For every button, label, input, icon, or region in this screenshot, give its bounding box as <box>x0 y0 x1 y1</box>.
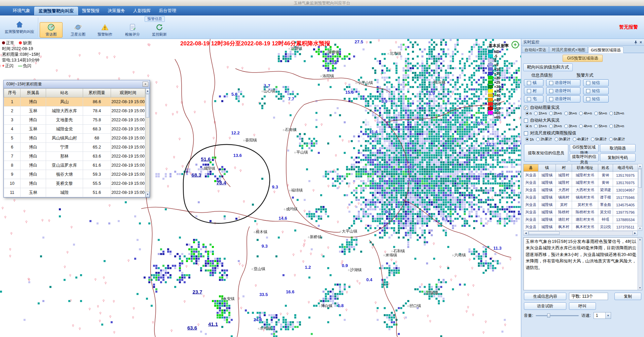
volume-slider-thumb[interactable] <box>547 313 550 318</box>
level-2-name-option[interactable]: 屯 <box>524 95 543 102</box>
level-1-sms-option[interactable]: 短信 <box>583 87 609 94</box>
scroll-thumb[interactable] <box>638 169 642 188</box>
scroll-down-icon[interactable]: ▼ <box>146 192 150 197</box>
rain-column-header[interactable]: 累积雨量 <box>83 89 111 97</box>
close-icon[interactable]: × <box>640 40 642 45</box>
warning-message-box[interactable]: 玉林市气象台19日5时15分发布暴雨橙色预警信号，4时以来兴业县城隍大西水库已出… <box>523 237 642 290</box>
toolbar-button-0[interactable]: 监测预警靶向叫应 <box>3 17 36 38</box>
toolbar-button-5[interactable]: 监控刷新 <box>148 22 171 38</box>
scroll-up-icon[interactable]: ▲ <box>638 238 642 242</box>
level-1-name-option[interactable]: 村 <box>524 87 543 94</box>
contact-row[interactable]: 兴业县城隍镇城隍村城隍村支书黄铸135176975 <box>524 179 638 186</box>
contact-row[interactable]: 兴业县城隍镇陈榜村陈榜村支书莫文绍139775796 <box>524 209 638 216</box>
menu-item-4[interactable]: 人影指挥 <box>129 6 155 15</box>
auto-rain-option-5[interactable]: 5h+n <box>594 111 607 115</box>
level-2-voice-option[interactable]: 语音呼叫 <box>546 95 580 102</box>
checkbox[interactable] <box>527 97 531 101</box>
level-2-sms-option[interactable]: 短信 <box>583 95 609 102</box>
auto-wind-option-1[interactable]: 1h+n <box>534 124 547 128</box>
menu-item-2[interactable]: 预警预报 <box>78 6 104 15</box>
checkbox[interactable] <box>586 97 590 101</box>
rain-window-titlebar[interactable]: 03时~15时累积雨量 × <box>4 80 150 88</box>
menu-item-3[interactable]: 决策服务 <box>104 6 129 15</box>
checkbox[interactable] <box>549 89 553 93</box>
table-row[interactable]: 10博白英桥文黎55.52022-08-19 15:00 <box>4 179 145 188</box>
menu-item-5[interactable]: 后台管理 <box>155 6 180 15</box>
panel-tab-0[interactable]: 自动站+雷达 <box>522 46 549 53</box>
rain-column-header[interactable]: 序号 <box>4 89 21 97</box>
table-row[interactable]: 5博白凤山镇凤山村682022-08-19 15:00 <box>4 134 145 143</box>
table-row[interactable]: 4玉林城隍金党68.32022-08-19 15:00 <box>4 125 145 134</box>
copy-button[interactable]: 复制 <box>614 293 641 300</box>
message-scrollbar[interactable]: ▲▼ <box>638 238 642 290</box>
checkbox[interactable] <box>527 81 531 85</box>
table-row[interactable]: 9博白顿谷大塘59.32022-08-19 15:00 <box>4 170 145 179</box>
scroll-up-icon[interactable]: ▲ <box>146 88 150 94</box>
contacts-column-header[interactable]: 姓名 <box>598 164 613 172</box>
scroll-down-icon[interactable]: ▼ <box>638 286 642 290</box>
auto-rain-option-2[interactable]: 2h+n <box>549 111 562 115</box>
contact-row[interactable]: 兴业县城隍镇大西村大西村支书梁泽建130104957 <box>524 186 638 194</box>
contact-row[interactable]: 兴业县城隍镇枫木村枫木村支书吴以悦137375511 <box>524 223 638 231</box>
toolbar-button-4[interactable]: 检验评分 <box>121 22 144 38</box>
contacts-vertical-scrollbar[interactable]: ▲ ▼ <box>638 164 642 231</box>
level-0-name-option[interactable]: 镇 <box>524 79 543 86</box>
rain-column-header[interactable]: 观测时间 <box>111 89 145 97</box>
table-row[interactable]: 8博白亚山温罗水库61.62022-08-19 15:00 <box>4 161 145 170</box>
speed-select[interactable]: 1 ▼ <box>594 312 611 319</box>
table-row[interactable]: 6博白宁潭65.22022-08-19 15:00 <box>4 143 145 152</box>
table-row[interactable]: 3博白文地姜先75.82022-08-19 15:00 <box>4 116 145 125</box>
close-icon[interactable]: × <box>143 82 148 87</box>
auto-wind-option-0[interactable]: n <box>525 124 532 128</box>
checkbox[interactable] <box>549 97 553 101</box>
scroll-thumb[interactable] <box>529 231 560 235</box>
toolbar-button-1[interactable]: 雷达图 <box>40 22 63 38</box>
contacts-horizontal-scrollbar[interactable]: ◀ ▶ <box>523 231 638 236</box>
auto-rain-option-1[interactable]: 1h+n <box>534 111 547 115</box>
model-rain-option-2[interactable]: 3h累计 <box>555 137 570 142</box>
contacts-column-header[interactable]: 职务/地址 <box>572 164 598 172</box>
toolbar-button-3[interactable]: 预警制作 <box>93 22 116 38</box>
panel-tab-2[interactable]: GIS预警区域筛选 <box>588 47 623 53</box>
contact-row[interactable]: 兴业县城隍镇塘肚村塘肚村支书钟瑶137885534 <box>524 216 638 223</box>
rain-column-header[interactable]: 站名 <box>46 89 83 97</box>
pin-icon[interactable] <box>634 40 638 44</box>
cancel-filter-button[interactable]: 取消筛选 <box>600 144 636 152</box>
scroll-down-icon[interactable]: ▼ <box>638 226 642 230</box>
model-rain-option-1[interactable]: 2h累计 <box>536 137 552 142</box>
contact-row[interactable]: 兴业县城隍镇莫村莫村支书覃金彪134575405 <box>524 201 638 209</box>
contact-row[interactable]: 兴业县城隍镇镇南村镇南村支书谭于模151775946 <box>524 194 638 201</box>
auto-wind-option-3[interactable]: 3h+n <box>564 124 577 128</box>
menu-item-0[interactable]: 环境气象 <box>9 6 34 15</box>
auto-wind-option-5[interactable]: 5h+n <box>594 124 607 128</box>
checkbox[interactable] <box>586 81 590 85</box>
extract-call-contacts-button[interactable]: 提取呼叫的信息员 <box>570 154 599 162</box>
contacts-column-header[interactable]: 电话号码 <box>613 164 638 172</box>
checkbox[interactable] <box>549 81 553 85</box>
model-rain-checkbox[interactable] <box>524 131 528 135</box>
table-row[interactable]: 7博白那林63.62022-08-19 15:00 <box>4 152 145 161</box>
model-rain-option-5[interactable]: 6h累计 <box>609 137 625 142</box>
auto-rain-option-3[interactable]: 3h+n <box>564 111 577 115</box>
table-row[interactable]: 2玉林城隍大西水库78.42022-08-19 15:00 <box>4 107 145 116</box>
level-0-sms-option[interactable]: 短信 <box>583 79 609 86</box>
auto-wind-checkbox[interactable] <box>524 119 528 123</box>
contacts-column-header[interactable]: 县 <box>524 164 538 172</box>
gis-filter-button[interactable]: GIS预警区域筛选 <box>570 144 599 152</box>
call-button[interactable]: 呼叫 <box>569 302 596 310</box>
volume-slider[interactable] <box>536 313 579 318</box>
panel-tab-1[interactable]: 对流尺度模式+地图 <box>549 46 588 53</box>
generate-message-button[interactable]: 生成信息内容 <box>524 293 566 300</box>
scroll-thumb[interactable] <box>146 94 149 118</box>
checkbox[interactable] <box>586 89 590 93</box>
contacts-column-header[interactable]: 镇 <box>538 164 556 172</box>
toolbar-button-2[interactable]: 卫星云图 <box>67 22 89 38</box>
auto-wind-option-2[interactable]: 2h+n <box>549 124 562 128</box>
auto-wind-option-4[interactable]: 4h+n <box>579 124 592 128</box>
level-1-voice-option[interactable]: 语音呼叫 <box>546 87 580 94</box>
table-row[interactable]: 1博白凤山86.62022-08-19 15:00 <box>4 97 145 107</box>
scroll-right-icon[interactable]: ▶ <box>633 231 637 235</box>
model-rain-option-4[interactable]: 5h累计 <box>591 137 607 142</box>
contact-row[interactable]: 兴业县城隍镇城隍村城隍村支书黄铸135176975 <box>524 172 638 179</box>
chevron-down-icon[interactable]: ▼ <box>605 312 611 319</box>
